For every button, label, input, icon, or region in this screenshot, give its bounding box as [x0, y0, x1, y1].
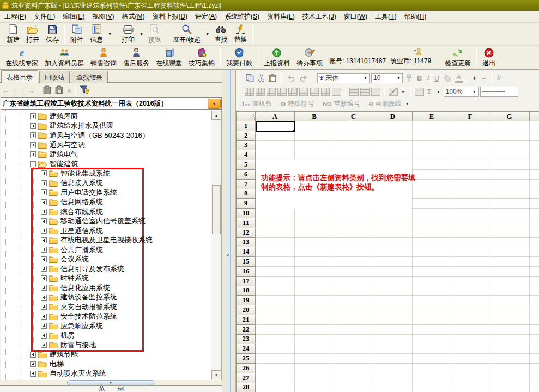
grid-cell[interactable] [451, 335, 489, 345]
delete-column-icon[interactable] [299, 88, 308, 96]
grid-cell[interactable] [530, 257, 539, 267]
grid-cell[interactable] [451, 131, 489, 141]
row-header-9[interactable]: 9 [236, 199, 256, 209]
menu-item-A[interactable]: 评定(A) [191, 10, 221, 23]
grid-cell[interactable] [489, 131, 530, 141]
grid-cell[interactable] [530, 305, 539, 315]
menu-item-L[interactable]: 资料库(L) [263, 10, 299, 23]
grid-cell[interactable] [530, 141, 539, 151]
toolbar-button-exit[interactable]: 退出 [479, 47, 499, 69]
grid-cell[interactable] [530, 364, 539, 373]
grid-cell[interactable] [373, 315, 413, 325]
chevron-down-icon[interactable]: ▼ [106, 32, 113, 36]
redo-icon[interactable] [298, 75, 309, 82]
toolbar-button-print[interactable]: 打印 [118, 23, 138, 45]
grid-cell[interactable] [451, 267, 489, 277]
grid-cell[interactable] [489, 189, 530, 199]
bold-button[interactable]: B [415, 74, 423, 82]
grid-cell[interactable] [256, 325, 295, 335]
grid-cell[interactable] [256, 257, 295, 267]
grid-cell[interactable] [489, 141, 530, 151]
grid-cell[interactable] [295, 150, 334, 160]
grid-cell[interactable] [295, 131, 334, 141]
paste2-icon[interactable] [268, 74, 277, 82]
grid-cell[interactable] [295, 218, 334, 228]
column-header-F[interactable]: F [451, 111, 489, 121]
grid-cell[interactable] [256, 364, 295, 373]
grid-cell[interactable] [256, 344, 295, 354]
grid-cell[interactable] [489, 121, 530, 131]
grid-cell[interactable] [451, 209, 489, 218]
grid-cell[interactable] [413, 121, 451, 131]
row-header-28[interactable]: 28 [236, 383, 256, 392]
column-header-A[interactable]: A [256, 111, 295, 121]
tab-1[interactable]: 回收站 [39, 71, 70, 83]
menu-item-W[interactable]: 窗口(W) [340, 10, 371, 23]
tree-scrollbar[interactable]: ▲ ▼ [211, 110, 221, 380]
toolbar-button-expand-collapse[interactable]: 展开/收起 [169, 23, 204, 45]
row-header-14[interactable]: 14 [236, 247, 256, 257]
up-arrow-icon[interactable]: ↑ [13, 87, 17, 95]
grid-cell[interactable] [413, 238, 451, 248]
grid-cell[interactable] [451, 150, 489, 160]
grid-cell[interactable] [256, 277, 295, 286]
grid-cell[interactable] [451, 315, 489, 325]
toolbar-button-preview[interactable]: 预览 [145, 23, 165, 45]
insert-object-icon[interactable] [415, 88, 424, 96]
toolbar-button-2[interactable]: NO重新编号 [323, 99, 360, 108]
grid-cell[interactable] [489, 305, 530, 315]
grid-cell[interactable] [451, 189, 489, 199]
diagonal-line-icon[interactable] [389, 88, 398, 96]
grid-cell[interactable] [489, 247, 530, 257]
grid-cell[interactable] [530, 150, 539, 160]
grid-cell[interactable] [256, 150, 295, 160]
grid-cell[interactable] [451, 344, 489, 354]
grid-cell[interactable] [373, 383, 413, 392]
grid-cell[interactable] [489, 364, 530, 373]
grid-cell[interactable] [451, 247, 489, 257]
expand-box-icon[interactable] [30, 352, 36, 358]
grid-cell[interactable] [530, 189, 539, 199]
grid-cell[interactable] [334, 209, 373, 218]
toolbar-button-3[interactable]: Đ画删除线▼ [369, 99, 411, 108]
toolbar-button-1[interactable]: Φ特殊符号 [281, 99, 314, 108]
grid-cell[interactable] [373, 238, 413, 248]
grid-cell[interactable] [256, 315, 295, 325]
menu-item-P[interactable]: 工程(P) [1, 10, 30, 23]
grid-cell[interactable] [334, 335, 373, 345]
grid-cell[interactable] [530, 335, 539, 345]
table-style-icon[interactable] [310, 88, 319, 96]
grid-cell[interactable] [256, 247, 295, 257]
grid-cell[interactable] [413, 344, 451, 354]
grid-cell[interactable] [413, 354, 451, 364]
row-height-icon[interactable] [349, 88, 359, 96]
down-arrow-icon[interactable]: ↓ [21, 87, 25, 95]
grid-cell[interactable] [413, 286, 451, 296]
grid-cell[interactable] [413, 141, 451, 151]
grid-cell[interactable] [451, 238, 489, 248]
row-header-24[interactable]: 24 [236, 344, 256, 354]
grid-cell[interactable] [413, 383, 451, 392]
tree-item[interactable]: 通风与空调 [1, 140, 210, 150]
grid-cell[interactable] [489, 286, 530, 296]
grid-cell[interactable] [530, 247, 539, 257]
clear-format-icon[interactable] [371, 88, 380, 96]
grid-cell[interactable] [489, 228, 530, 238]
toolbar-button-tips[interactable]: 技巧集锦 [185, 47, 218, 69]
grid-cell[interactable] [373, 344, 413, 354]
grid-cell[interactable] [334, 354, 373, 364]
delete-icon[interactable]: × [67, 87, 71, 95]
grid-cell[interactable] [413, 170, 451, 180]
chevron-down-icon[interactable]: ▼ [138, 32, 145, 36]
toolbar-button-pay[interactable]: 我要付款 [223, 47, 256, 69]
grid-cell[interactable] [373, 373, 413, 383]
grid-cell[interactable] [489, 218, 530, 228]
row-header-3[interactable]: 3 [236, 141, 256, 151]
insert-row-icon[interactable] [245, 88, 254, 96]
expand-box-icon[interactable] [30, 151, 36, 157]
grid-cell[interactable] [489, 160, 530, 170]
grid-cell[interactable] [334, 373, 373, 383]
row-header-26[interactable]: 26 [236, 364, 256, 373]
tree-item[interactable]: 电梯 [1, 359, 210, 369]
grid-cell[interactable] [413, 315, 451, 325]
